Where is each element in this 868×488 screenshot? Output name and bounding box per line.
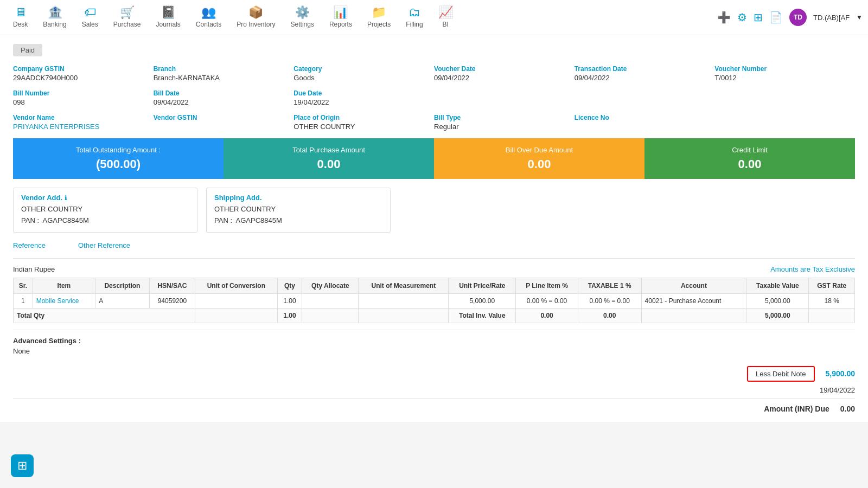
debit-note-amount: 5,900.00 — [826, 369, 856, 378]
spacer-1 — [434, 89, 575, 106]
table-body: 1 Mobile Service A 94059200 1.00 5,000.0… — [14, 293, 855, 323]
col-uom: Unit of Measurement — [359, 278, 449, 293]
nav-item-settings[interactable]: ⚙️ Settings — [283, 0, 322, 35]
due-date-value: 19/04/2022 — [293, 98, 434, 106]
vendor-name-value[interactable]: PRIYANKA ENTERPRISES — [13, 123, 154, 131]
bill-type-value: Regular — [434, 123, 575, 131]
less-debit-note-button[interactable]: Less Debit Note — [747, 366, 815, 382]
cell-uom — [359, 293, 449, 308]
total-qty-value: 1.00 — [277, 308, 302, 323]
col-account: Account — [641, 278, 746, 293]
col-description: Description — [95, 278, 150, 293]
spacer-2 — [575, 89, 715, 106]
settings-icon: ⚙️ — [295, 5, 310, 20]
cell-qty: 1.00 — [277, 293, 302, 308]
bill-date-group: Bill Date 09/04/2022 — [154, 89, 294, 106]
bill-overdue-label: Bill Over Due Amount — [444, 146, 635, 154]
transaction-date-group: Transaction Date 09/04/2022 — [575, 65, 715, 82]
currency-label: Indian Rupee — [13, 265, 55, 273]
fields-row-1: Company GSTIN 29AADCK7940H000 Branch Bra… — [13, 65, 855, 82]
col-p-line: P Line Item % — [516, 278, 578, 293]
nav-item-desk[interactable]: 🖥 Desk — [5, 0, 35, 35]
gear-icon[interactable]: ⚙ — [737, 11, 747, 24]
total-qty-label: Total Qty — [14, 308, 195, 323]
amount-due-label: Amount (INR) Due — [764, 404, 829, 413]
nav-item-bi[interactable]: 📈 BI — [431, 0, 461, 35]
shipping-address-label[interactable]: Shipping Add. — [214, 194, 382, 202]
summary-cards: Total Outstanding Amount : (500.00) Tota… — [13, 138, 855, 179]
bill-date-label: Bill Date — [154, 89, 294, 97]
company-gstin-value: 29AADCK7940H000 — [13, 74, 154, 82]
branch-label: Branch — [154, 65, 294, 73]
nav-item-projects[interactable]: 📁 Projects — [360, 0, 398, 35]
user-avatar[interactable]: TD — [789, 9, 807, 26]
nav-item-filling[interactable]: 🗂 Filling — [398, 0, 430, 35]
reference-field[interactable]: Reference — [13, 241, 46, 249]
advanced-settings-label: Advanced Settings : — [13, 337, 855, 345]
place-of-origin-label: Place of Origin — [293, 114, 434, 121]
bi-icon: 📈 — [438, 5, 453, 20]
category-value: Goods — [293, 74, 434, 82]
cell-description: A — [95, 293, 150, 308]
col-qty-allocate: Qty Allocate — [302, 278, 359, 293]
filling-icon: 🗂 — [409, 5, 420, 20]
cell-p-line: 0.00 % = 0.00 — [516, 293, 578, 308]
cell-taxable1: 0.00 % = 0.00 — [578, 293, 641, 308]
cell-uoc — [195, 293, 278, 308]
nav-right-actions: ➕ ⚙ ⊞ 📄 TD TD.(AB)[AF ▼ — [717, 9, 863, 26]
main-content: Paid Company GSTIN 29AADCK7940H000 Branc… — [0, 35, 868, 422]
voucher-date-label: Voucher Date — [434, 65, 575, 73]
vendor-gstin-label: Vendor GSTIN — [154, 114, 294, 121]
col-qty: Qty — [277, 278, 302, 293]
cell-sr: 1 — [14, 293, 33, 308]
licence-no-label: Licence No — [575, 114, 715, 121]
other-reference-field[interactable]: Other Reference — [78, 241, 130, 249]
user-label[interactable]: TD.(AB)[AF — [813, 14, 850, 22]
table-row: 1 Mobile Service A 94059200 1.00 5,000.0… — [14, 293, 855, 308]
category-group: Category Goods — [293, 65, 434, 82]
grid-icon[interactable]: ⊞ — [754, 11, 763, 24]
vendor-address-label[interactable]: Vendor Add. ℹ — [21, 194, 189, 202]
document-icon[interactable]: 📄 — [769, 11, 783, 24]
invoice-table: Sr. Item Description HSN/SAC Unit of Con… — [13, 278, 855, 323]
nav-item-purchase[interactable]: 🛒 Purchase — [106, 0, 149, 35]
nav-item-sales[interactable]: 🏷 Sales — [74, 0, 106, 35]
total-taxable1: 0.00 — [578, 308, 641, 323]
bill-overdue-value: 0.00 — [444, 157, 635, 171]
amount-due-row: Amount (INR) Due 0.00 — [13, 399, 855, 413]
advanced-settings-section: Advanced Settings : None — [13, 337, 855, 355]
debit-note-date: 19/04/2022 — [13, 386, 855, 394]
fields-row-3: Vendor Name PRIYANKA ENTERPRISES Vendor … — [13, 114, 855, 131]
col-sr: Sr. — [14, 278, 33, 293]
total-purchase-label: Total Purchase Amount — [233, 146, 424, 154]
col-taxable-value: Taxable Value — [746, 278, 809, 293]
reference-row: Reference Other Reference — [13, 241, 855, 249]
address-row: Vendor Add. ℹ OTHER COUNTRY PAN : AGAPC8… — [13, 188, 855, 233]
credit-limit-label: Credit Limit — [654, 146, 845, 154]
divider-2 — [13, 330, 855, 330]
journals-icon: 📓 — [161, 5, 176, 20]
due-date-group: Due Date 19/04/2022 — [293, 89, 434, 106]
purchase-icon: 🛒 — [120, 5, 135, 20]
projects-icon: 📁 — [372, 5, 386, 20]
vendor-address-box: Vendor Add. ℹ OTHER COUNTRY PAN : AGAPC8… — [13, 188, 197, 233]
vendor-name-label: Vendor Name — [13, 114, 154, 121]
cell-taxable-value: 5,000.00 — [746, 293, 809, 308]
add-icon[interactable]: ➕ — [717, 11, 731, 24]
nav-item-contacts[interactable]: 👥 Contacts — [188, 0, 229, 35]
user-dropdown-icon[interactable]: ▼ — [856, 14, 863, 21]
voucher-date-group: Voucher Date 09/04/2022 — [434, 65, 575, 82]
vendor-address-line1: OTHER COUNTRY — [21, 204, 189, 215]
spacer-3 — [714, 89, 855, 106]
info-icon: ℹ — [65, 195, 67, 201]
col-hsn: HSN/SAC — [149, 278, 195, 293]
bill-overdue-card: Bill Over Due Amount 0.00 — [434, 138, 644, 179]
cell-item[interactable]: Mobile Service — [33, 293, 95, 308]
spacer-4 — [714, 114, 855, 131]
nav-item-journals[interactable]: 📓 Journals — [148, 0, 188, 35]
contacts-icon: 👥 — [201, 5, 216, 20]
nav-item-reports[interactable]: 📊 Reports — [322, 0, 360, 35]
tax-exclusive-label: Amounts are Tax Exclusive — [770, 265, 855, 273]
nav-item-pro-inventory[interactable]: 📦 Pro Inventory — [229, 0, 283, 35]
nav-item-banking[interactable]: 🏦 Banking — [35, 0, 74, 35]
